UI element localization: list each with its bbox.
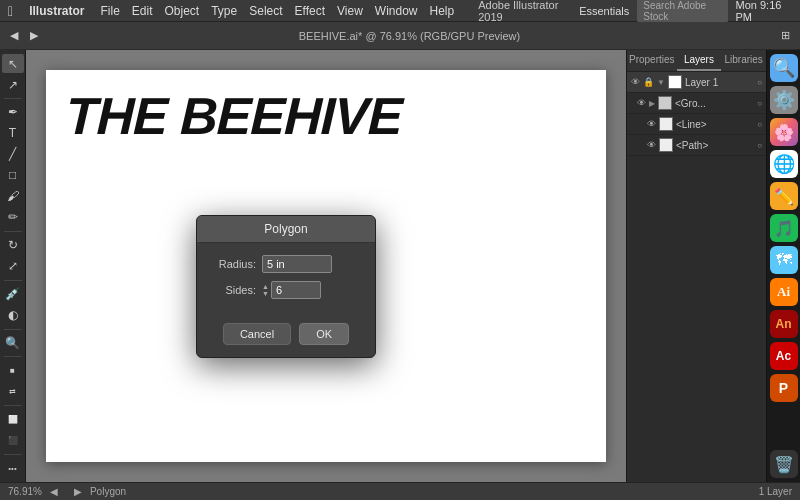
apple-menu[interactable]:  [8, 3, 13, 19]
dock-photos[interactable]: 🌸 [770, 118, 798, 146]
menu-window[interactable]: Window [375, 4, 418, 18]
app-name[interactable]: Illustrator [29, 4, 84, 18]
ok-button[interactable]: OK [299, 323, 349, 345]
line-options-icon[interactable]: ○ [757, 120, 762, 129]
zoom-tool[interactable]: 🔍 [2, 333, 24, 352]
rotate-tool[interactable]: ↻ [2, 236, 24, 255]
tools-panel: ↖ ↗ ✒ T ╱ □ 🖌 ✏ ↻ ⤢ 💉 ◐ 🔍 ■ ⇄ ⬜ ⬛ ••• [0, 50, 26, 482]
radius-input[interactable] [262, 255, 332, 273]
scale-tool[interactable]: ⤢ [2, 257, 24, 276]
menu-select[interactable]: Select [249, 4, 282, 18]
polygon-dialog[interactable]: Polygon Radius: Sides: ▲ ▼ [196, 215, 376, 358]
sides-label: Sides: [211, 284, 256, 296]
sides-spinner-wrap: ▲ ▼ [262, 281, 321, 299]
line-layer-name: <Line> [676, 119, 754, 130]
rectangle-tool[interactable]: □ [2, 166, 24, 185]
sublayer-options-icon[interactable]: ○ [757, 99, 762, 108]
nav-next[interactable]: ▶ [74, 486, 82, 497]
layer-row[interactable]: 👁 🔒 ▼ Layer 1 ○ [627, 72, 766, 93]
dock-acrobat[interactable]: Ac [770, 342, 798, 370]
sublayer-visibility-toggle[interactable]: 👁 [637, 98, 646, 108]
sides-field: Sides: ▲ ▼ [211, 281, 361, 299]
path-options-icon[interactable]: ○ [757, 141, 762, 150]
layer-row[interactable]: 👁 <Line> ○ [627, 114, 766, 135]
menu-bar:  Illustrator File Edit Object Type Sele… [0, 0, 800, 22]
toolbar-arr-left[interactable]: ◀ [6, 27, 22, 44]
line-thumbnail [659, 117, 673, 131]
dock-chrome[interactable]: 🌐 [770, 150, 798, 178]
dialog-buttons: Cancel OK [197, 319, 375, 357]
document-toolbar: ◀ ▶ BEEHIVE.ai* @ 76.91% (RGB/GPU Previe… [0, 22, 800, 50]
toolbar-arrange[interactable]: ⊞ [777, 27, 794, 44]
dialog-title: Polygon [197, 216, 375, 243]
artwork-text: THE BEEHIVE [65, 90, 587, 142]
center-title: Adobe Illustrator 2019 [478, 0, 571, 23]
dock-spotify[interactable]: 🎵 [770, 214, 798, 242]
menu-type[interactable]: Type [211, 4, 237, 18]
current-tool: Polygon [90, 486, 126, 497]
right-panel: Properties Layers Libraries 👁 🔒 ▼ Layer … [626, 50, 766, 482]
dock-animate[interactable]: An [770, 310, 798, 338]
line-tool[interactable]: ╱ [2, 145, 24, 164]
tab-libraries[interactable]: Libraries [721, 50, 766, 71]
menu-file[interactable]: File [100, 4, 119, 18]
dock-trash[interactable]: 🗑️ [770, 450, 798, 478]
draw-mode[interactable]: ⬜ [2, 410, 24, 429]
type-tool[interactable]: T [2, 124, 24, 143]
layers-panel: 👁 🔒 ▼ Layer 1 ○ 👁 ▶ <Gro... ○ 👁 <Line> [627, 72, 766, 482]
toolbar-arr-right[interactable]: ▶ [26, 27, 42, 44]
sublayer-thumbnail [658, 96, 672, 110]
nav-prev[interactable]: ◀ [50, 486, 58, 497]
layer-options-icon[interactable]: ○ [757, 78, 762, 87]
dock-finder[interactable]: 🔍 [770, 54, 798, 82]
pen-tool[interactable]: ✒ [2, 103, 24, 122]
layer-row[interactable]: 👁 ▶ <Gro... ○ [627, 93, 766, 114]
layer-visibility-toggle[interactable]: 👁 [631, 77, 640, 87]
layer-lock-icon[interactable]: 🔒 [643, 77, 654, 87]
swap-fill-stroke[interactable]: ⇄ [2, 382, 24, 401]
sublayer-name: <Gro... [675, 98, 754, 109]
tab-properties[interactable]: Properties [627, 50, 677, 71]
layer-thumbnail [668, 75, 682, 89]
layer-name: Layer 1 [685, 77, 754, 88]
eyedropper-tool[interactable]: 💉 [2, 285, 24, 304]
document-title: BEEHIVE.ai* @ 76.91% (RGB/GPU Preview) [46, 30, 773, 42]
menu-object[interactable]: Object [165, 4, 200, 18]
menu-edit[interactable]: Edit [132, 4, 153, 18]
canvas-area[interactable]: THE BEEHIVE Polygon Radius: Sides: ▲ [26, 50, 626, 482]
line-visibility-toggle[interactable]: 👁 [647, 119, 656, 129]
layers-count: 1 Layer [759, 486, 792, 497]
essentials-btn[interactable]: Essentials [579, 5, 629, 17]
cancel-button[interactable]: Cancel [223, 323, 291, 345]
zoom-level: 76.91% [8, 486, 42, 497]
layer-expand-btn[interactable]: ▼ [657, 78, 665, 87]
path-thumbnail [659, 138, 673, 152]
dock: 🔍 ⚙️ 🌸 🌐 ✏️ 🎵 🗺 Ai An Ac P 🗑️ [766, 50, 800, 482]
fill-swatch[interactable]: ■ [2, 361, 24, 380]
layer-row[interactable]: 👁 <Path> ○ [627, 135, 766, 156]
selection-tool[interactable]: ↖ [2, 54, 24, 73]
screen-mode[interactable]: ⬛ [2, 431, 24, 450]
search-adobe-stock[interactable]: Search Adobe Stock [637, 0, 727, 23]
path-visibility-toggle[interactable]: 👁 [647, 140, 656, 150]
direct-selection-tool[interactable]: ↗ [2, 75, 24, 94]
radius-label: Radius: [211, 258, 256, 270]
dock-powerpoint[interactable]: P [770, 374, 798, 402]
tab-layers[interactable]: Layers [677, 50, 722, 71]
radius-field: Radius: [211, 255, 361, 273]
gradient-tool[interactable]: ◐ [2, 306, 24, 325]
dock-system-prefs[interactable]: ⚙️ [770, 86, 798, 114]
menu-effect[interactable]: Effect [295, 4, 325, 18]
main-area: ↖ ↗ ✒ T ╱ □ 🖌 ✏ ↻ ⤢ 💉 ◐ 🔍 ■ ⇄ ⬜ ⬛ ••• TH… [0, 50, 800, 482]
pencil-tool[interactable]: ✏ [2, 208, 24, 227]
more-tools[interactable]: ••• [2, 459, 24, 478]
sublayer-expand-btn[interactable]: ▶ [649, 99, 655, 108]
menu-view[interactable]: View [337, 4, 363, 18]
dock-maps[interactable]: 🗺 [770, 246, 798, 274]
menu-help[interactable]: Help [430, 4, 455, 18]
sides-spinner-arrows[interactable]: ▲ ▼ [262, 283, 269, 297]
sides-input[interactable] [271, 281, 321, 299]
dock-pencil[interactable]: ✏️ [770, 182, 798, 210]
paintbrush-tool[interactable]: 🖌 [2, 187, 24, 206]
dock-illustrator[interactable]: Ai [770, 278, 798, 306]
